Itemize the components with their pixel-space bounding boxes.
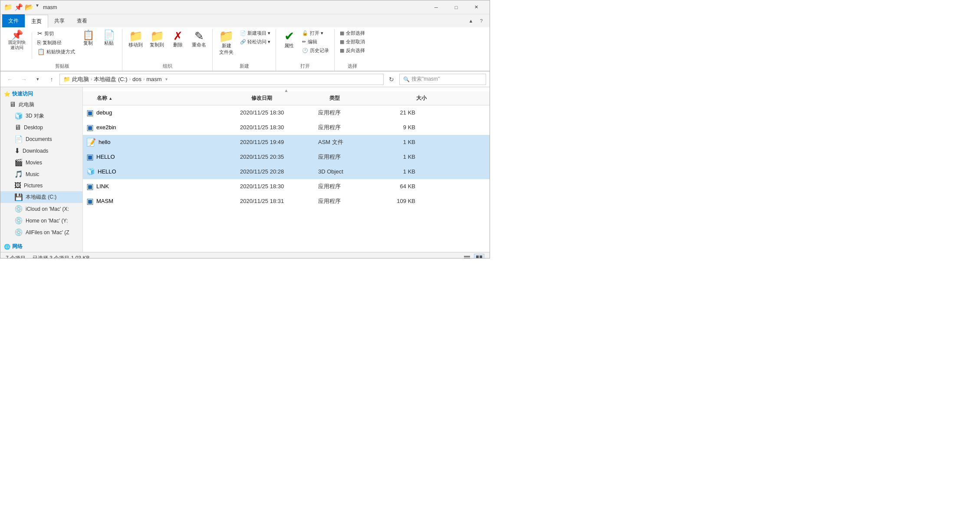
refresh-button[interactable]: ↻ bbox=[385, 73, 398, 85]
file-row-hello-exe[interactable]: ▣ HELLO 2020/11/25 20:35 应用程序 1 KB bbox=[83, 150, 490, 164]
path-dropdown-icon[interactable]: ▾ bbox=[165, 77, 168, 82]
path-segment-dos[interactable]: dos bbox=[132, 76, 141, 82]
help-button[interactable]: ? bbox=[477, 16, 486, 26]
copy-icon: 📋 bbox=[82, 30, 94, 40]
deselect-all-button[interactable]: ▦ 全部取消 bbox=[338, 38, 367, 46]
sidebar-item-home-mac[interactable]: 💿 Home on 'Mac' (Y: bbox=[0, 215, 82, 226]
path-segment-masm[interactable]: masm bbox=[146, 76, 161, 82]
ribbon-group-open: ✔ 属性 🔓 打开 ▾ ✏ 编辑 🕐 历史记录 bbox=[276, 29, 335, 71]
organize-label: 组织 bbox=[163, 63, 172, 71]
sidebar-item-allfiles-mac[interactable]: 💿 AllFiles on 'Mac' (Z bbox=[0, 226, 82, 238]
select-items: ▦ 全部选择 ▦ 全部取消 ▦ 反向选择 bbox=[338, 29, 367, 62]
move-icon: 📁 bbox=[129, 30, 143, 42]
new-folder-button[interactable]: 📁 新建文件夹 bbox=[216, 29, 237, 57]
music-icon: 🎵 bbox=[14, 170, 23, 178]
tab-view[interactable]: 查看 bbox=[71, 14, 93, 27]
file-row-exe2bin[interactable]: ▣ exe2bin 2020/11/25 18:30 应用程序 9 KB bbox=[83, 120, 490, 135]
file-date-hello-obj: 2020/11/25 20:28 bbox=[240, 168, 318, 175]
sidebar-item-icloud[interactable]: 💿 iCloud on 'Mac' (X: bbox=[0, 203, 82, 215]
path-segment-pc[interactable]: 此电脑 bbox=[72, 75, 89, 83]
file-row-hello-asm[interactable]: 📝 hello 2020/11/25 19:49 ASM 文件 1 KB bbox=[83, 135, 490, 150]
dropdown-nav-button[interactable]: ▾ bbox=[32, 73, 44, 85]
close-button[interactable]: ✕ bbox=[466, 0, 486, 14]
select-all-icon: ▦ bbox=[340, 30, 344, 36]
ribbon-group-select: ▦ 全部选择 ▦ 全部取消 ▦ 反向选择 选择 bbox=[335, 29, 370, 71]
ribbon-group-organize: 📁 移动到 📁 复制到 ✗ 删除 ✎ 重命名 组织 bbox=[122, 29, 213, 71]
file-size-exe2bin: 9 KB bbox=[379, 124, 422, 131]
up-button[interactable]: ↑ bbox=[46, 73, 58, 85]
tab-home[interactable]: 主页 bbox=[25, 15, 48, 28]
details-view-button[interactable] bbox=[474, 254, 484, 259]
app-icon-hello: ▣ bbox=[86, 152, 94, 162]
movies-icon: 🎬 bbox=[14, 158, 23, 167]
tab-file[interactable]: 文件 bbox=[2, 14, 25, 27]
delete-button[interactable]: ✗ 删除 bbox=[168, 29, 187, 49]
dropdown-arrow-icon[interactable]: ▼ bbox=[35, 3, 39, 11]
folder-path-icon: 📁 bbox=[63, 76, 70, 82]
pin-to-quick-access-button[interactable]: 📌 固定到快速访问 bbox=[6, 29, 28, 52]
file-row-debug[interactable]: ▣ debug 2020/11/25 18:30 应用程序 21 KB bbox=[83, 105, 490, 120]
network-header[interactable]: 🌐 网络 bbox=[0, 242, 82, 252]
sidebar-item-downloads[interactable]: ⬇ Downloads bbox=[0, 145, 82, 157]
invert-icon: ▦ bbox=[340, 48, 344, 53]
easy-access-button[interactable]: 🔗 轻松访问 ▾ bbox=[238, 38, 272, 46]
col-size-header[interactable]: 大小 bbox=[390, 95, 434, 102]
star-icon: ⭐ bbox=[4, 91, 10, 97]
file-list: ▲ 名称 ▲ 修改日期 类型 大小 ▣ debug 2020/11/25 18:… bbox=[83, 87, 490, 252]
file-type-masm: 应用程序 bbox=[318, 197, 379, 205]
edit-button[interactable]: ✏ 编辑 bbox=[300, 38, 331, 46]
file-row-masm[interactable]: ▣ MASM 2020/11/25 18:31 应用程序 109 KB bbox=[83, 194, 490, 209]
address-path[interactable]: 📁 此电脑 › 本地磁盘 (C:) › dos › masm ▾ bbox=[59, 74, 384, 85]
network-icon: 🌐 bbox=[4, 244, 10, 250]
open-button[interactable]: 🔓 打开 ▾ bbox=[300, 29, 331, 37]
sidebar-item-pc[interactable]: 🖥 此电脑 bbox=[0, 99, 82, 110]
forward-button[interactable]: → bbox=[18, 73, 30, 85]
path-segment-c[interactable]: 本地磁盘 (C:) bbox=[94, 75, 127, 83]
properties-button[interactable]: ✔ 属性 bbox=[280, 29, 299, 50]
file-list-header: 名称 ▲ 修改日期 类型 大小 bbox=[83, 92, 490, 105]
select-all-button[interactable]: ▦ 全部选择 bbox=[338, 29, 367, 37]
sidebar-item-pictures[interactable]: 🖼 Pictures bbox=[0, 180, 82, 191]
file-row-hello-obj[interactable]: 🧊 HELLO 2020/11/25 20:28 3D Object 1 KB bbox=[83, 164, 490, 179]
svg-rect-1 bbox=[464, 258, 470, 258]
history-button[interactable]: 🕐 历史记录 bbox=[300, 46, 331, 55]
ribbon-expand: ▲ ? bbox=[466, 16, 486, 26]
search-box[interactable]: 🔍 搜索"masm" bbox=[399, 74, 486, 85]
sidebar: ⭐ 快速访问 🖥 此电脑 🧊 3D 对象 🖥 Desktop 📄 Documen… bbox=[0, 87, 83, 252]
copy-to-button[interactable]: 📁 复制到 bbox=[147, 29, 167, 49]
cut-button[interactable]: ✂ 剪切 bbox=[36, 29, 77, 38]
invert-selection-button[interactable]: ▦ 反向选择 bbox=[338, 46, 367, 55]
file-type-hello-obj: 3D Object bbox=[318, 168, 379, 175]
sidebar-item-movies[interactable]: 🎬 Movies bbox=[0, 157, 82, 168]
copy-path-button[interactable]: ⎘ 复制路径 bbox=[36, 38, 77, 47]
maximize-button[interactable]: □ bbox=[446, 0, 466, 14]
file-size-hello-asm: 1 KB bbox=[379, 139, 422, 145]
sidebar-item-c-drive[interactable]: 💾 本地磁盘 (C:) bbox=[0, 191, 82, 203]
desktop-icon: 🖥 bbox=[14, 124, 21, 131]
rename-button[interactable]: ✎ 重命名 bbox=[189, 29, 209, 49]
new-item-button[interactable]: 📄 新建项目 ▾ bbox=[238, 29, 272, 37]
sidebar-item-documents[interactable]: 📄 Documents bbox=[0, 133, 82, 145]
quick-access-header[interactable]: ⭐ 快速访问 bbox=[0, 89, 82, 99]
copy-button[interactable]: 📋 复制 bbox=[79, 29, 98, 48]
file-date-debug: 2020/11/25 18:30 bbox=[240, 109, 318, 116]
sidebar-item-desktop[interactable]: 🖥 Desktop bbox=[0, 122, 82, 133]
tab-share[interactable]: 共享 bbox=[48, 14, 71, 27]
col-name-header[interactable]: 名称 ▲ bbox=[86, 95, 251, 102]
back-button[interactable]: ← bbox=[4, 73, 16, 85]
sidebar-item-music[interactable]: 🎵 Music bbox=[0, 168, 82, 180]
file-row-link[interactable]: ▣ LINK 2020/11/25 18:30 应用程序 64 KB bbox=[83, 179, 490, 194]
file-date-masm: 2020/11/25 18:31 bbox=[240, 198, 318, 204]
col-type-header[interactable]: 类型 bbox=[329, 95, 390, 102]
move-to-button[interactable]: 📁 移动到 bbox=[126, 29, 145, 49]
minimize-button[interactable]: ─ bbox=[426, 0, 446, 14]
col-date-header[interactable]: 修改日期 bbox=[251, 95, 329, 102]
file-date-link: 2020/11/25 18:30 bbox=[240, 183, 318, 190]
expand-ribbon-button[interactable]: ▲ bbox=[466, 16, 476, 26]
paste-button[interactable]: 📄 粘贴 bbox=[99, 29, 118, 48]
sidebar-item-3d[interactable]: 🧊 3D 对象 bbox=[0, 110, 82, 122]
ribbon-group-clipboard: 📌 固定到快速访问 ✂ 剪切 ⎘ 复制路径 📋 粘贴快捷方式 bbox=[2, 29, 122, 71]
3d-icon: 🧊 bbox=[14, 112, 23, 120]
paste-shortcut-button[interactable]: 📋 粘贴快捷方式 bbox=[36, 47, 77, 56]
list-view-button[interactable] bbox=[462, 254, 472, 259]
